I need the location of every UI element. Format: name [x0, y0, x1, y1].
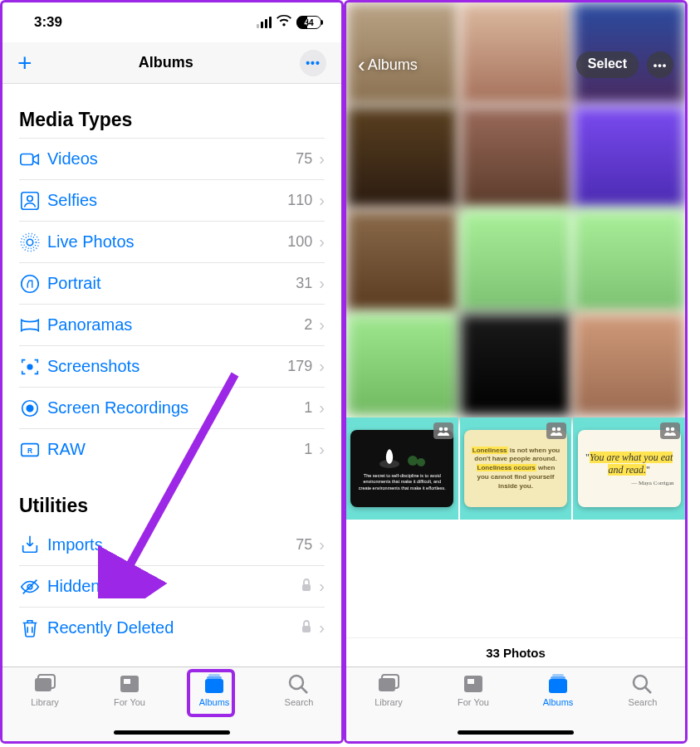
chevron-left-icon: ‹: [358, 54, 365, 76]
album-footer: 33 Photos: [346, 637, 685, 666]
svg-rect-0: [21, 154, 33, 164]
lock-icon: [301, 620, 312, 636]
row-imports[interactable]: Imports 75 ›: [19, 524, 325, 565]
tab-library[interactable]: Library: [2, 672, 87, 741]
row-live-photos[interactable]: Live Photos 100 ›: [19, 221, 325, 262]
svg-point-35: [671, 427, 675, 432]
svg-text:R: R: [27, 446, 32, 454]
tab-label: Library: [31, 697, 59, 707]
row-recently-deleted[interactable]: Recently Deleted ›: [19, 607, 325, 648]
add-button[interactable]: +: [17, 49, 32, 77]
section-header: Media Types: [19, 109, 325, 131]
nav-bar: + Albums •••: [2, 42, 341, 84]
svg-point-25: [290, 676, 303, 689]
row-hidden[interactable]: Hidden ›: [19, 565, 325, 607]
row-label: Panoramas: [47, 315, 304, 334]
chevron-right-icon: ›: [319, 535, 325, 554]
row-label: Portrait: [47, 274, 296, 293]
row-panoramas[interactable]: Panoramas 2 ›: [19, 304, 325, 345]
quote-card: "You are what you eat and read." — Maya …: [578, 430, 681, 507]
row-selfies[interactable]: Selfies 110 ›: [19, 179, 325, 221]
lock-icon: [301, 579, 312, 594]
home-indicator[interactable]: [458, 730, 574, 735]
row-label: Live Photos: [47, 232, 287, 251]
photo-thumb[interactable]: [460, 314, 572, 416]
section-media-types: Media Types Videos 75 › Selfies 110 › Li…: [19, 109, 325, 470]
row-portrait[interactable]: Portrait 31 ›: [19, 262, 325, 304]
svg-rect-24: [208, 674, 220, 676]
row-label: Imports: [47, 535, 296, 554]
quote-author: — Maya Corrigan: [585, 480, 674, 486]
quote-card: Loneliness is not when you don't have pe…: [464, 430, 567, 507]
svg-point-29: [379, 460, 399, 468]
nav-title: Albums: [139, 54, 193, 71]
row-count: 1: [304, 399, 312, 417]
chevron-right-icon: ›: [319, 440, 325, 459]
right-screenshot: The secret to self-discipline is to avoi…: [344, 0, 688, 744]
photo-thumb[interactable]: [460, 210, 572, 312]
photo-thumb[interactable]: [346, 210, 458, 312]
row-label: RAW: [47, 440, 304, 459]
select-button[interactable]: Select: [576, 51, 639, 78]
status-bar: 3:39 44: [2, 2, 341, 42]
svg-rect-40: [549, 679, 567, 693]
row-raw[interactable]: R RAW 1 ›: [19, 428, 325, 470]
back-button[interactable]: ‹ Albums: [358, 54, 418, 76]
svg-point-33: [557, 427, 561, 432]
row-label: Screen Recordings: [47, 398, 304, 417]
status-time: 3:39: [34, 14, 62, 31]
battery-icon: 44: [296, 16, 321, 29]
svg-rect-41: [551, 676, 565, 679]
svg-point-9: [27, 405, 32, 411]
photo-thumb[interactable]: The secret to self-discipline is to avoi…: [346, 417, 458, 520]
svg-rect-14: [302, 584, 311, 591]
row-label: Videos: [47, 149, 296, 168]
quote-card: The secret to self-discipline is to avoi…: [350, 430, 453, 507]
svg-rect-42: [552, 674, 564, 676]
more-button[interactable]: •••: [300, 50, 326, 76]
photo-thumb[interactable]: Loneliness is not when you don't have pe…: [460, 417, 572, 520]
shared-icon: [660, 422, 680, 439]
chevron-right-icon: ›: [319, 618, 325, 637]
tab-library[interactable]: Library: [346, 672, 431, 741]
svg-rect-22: [205, 679, 223, 693]
tab-bar: Library For You Albums Search: [346, 666, 685, 741]
row-count: 75: [296, 536, 312, 554]
row-screen-recordings[interactable]: Screen Recordings 1 ›: [19, 387, 325, 428]
photo-thumb[interactable]: "You are what you eat and read." — Maya …: [573, 417, 685, 520]
row-count: 31: [296, 275, 312, 292]
home-indicator[interactable]: [114, 730, 230, 735]
row-count: 179: [287, 358, 312, 375]
photo-thumb[interactable]: [573, 314, 685, 416]
row-count: 110: [287, 192, 312, 209]
more-button[interactable]: •••: [647, 51, 673, 78]
chevron-right-icon: ›: [319, 357, 325, 376]
photo-thumb[interactable]: [573, 210, 685, 312]
photo-thumb[interactable]: [346, 106, 458, 208]
row-count: 75: [296, 150, 312, 168]
selfie-icon: [19, 190, 47, 212]
photo-count: 33 Photos: [486, 646, 546, 660]
row-screenshots[interactable]: Screenshots 179 ›: [19, 345, 325, 387]
trash-icon: [19, 618, 47, 639]
tab-search[interactable]: Search: [257, 672, 341, 741]
row-videos[interactable]: Videos 75 ›: [19, 138, 325, 179]
svg-point-32: [552, 427, 556, 432]
section-header: Utilities: [19, 495, 325, 517]
shared-icon: [546, 422, 566, 439]
tab-search[interactable]: Search: [600, 672, 685, 741]
portrait-icon: [19, 273, 47, 295]
photo-thumb[interactable]: [573, 106, 685, 208]
shared-icon: [433, 422, 453, 439]
row-count: 100: [287, 233, 312, 251]
raw-icon: R: [19, 439, 47, 461]
album-header: ‹ Albums Select •••: [346, 44, 685, 85]
photo-thumb[interactable]: [346, 314, 458, 416]
content-scroll[interactable]: Media Types Videos 75 › Selfies 110 › Li…: [2, 84, 341, 666]
photo-thumb[interactable]: [460, 106, 572, 208]
tab-label: Albums: [199, 697, 230, 707]
svg-point-3: [27, 239, 32, 245]
photo-grid[interactable]: The secret to self-discipline is to avoi…: [346, 2, 685, 637]
row-label: Hidden: [47, 577, 301, 596]
svg-rect-15: [302, 626, 311, 632]
